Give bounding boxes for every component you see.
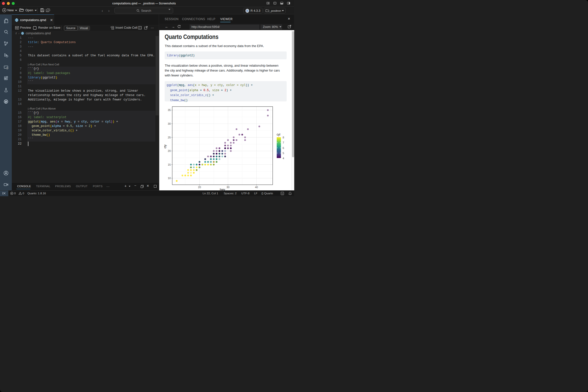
svg-text:hwy: hwy: [220, 188, 225, 190]
svg-text:40: 40: [255, 186, 258, 189]
svg-text:5: 5: [283, 152, 284, 154]
svg-text:cty: cty: [164, 144, 167, 148]
svg-text:35: 35: [168, 108, 171, 112]
svg-text:6: 6: [283, 146, 284, 150]
svg-text:30: 30: [168, 122, 171, 125]
svg-text:4: 4: [283, 157, 284, 160]
svg-text:20: 20: [168, 150, 171, 152]
svg-text:8: 8: [283, 136, 284, 139]
svg-text:10: 10: [168, 177, 171, 180]
svg-text:7: 7: [283, 141, 284, 144]
svg-text:25: 25: [168, 136, 171, 139]
svg-text:cyl: cyl: [276, 133, 280, 136]
svg-text:30: 30: [226, 186, 229, 189]
svg-text:15: 15: [168, 163, 171, 166]
svg-text:20: 20: [198, 186, 201, 189]
